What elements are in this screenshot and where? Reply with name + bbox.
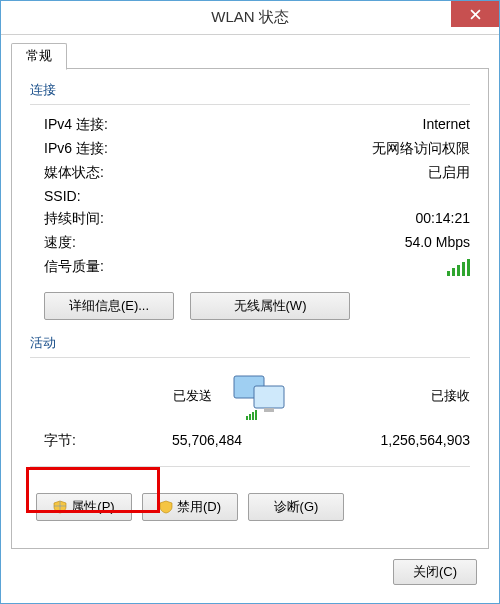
ipv4-value: Internet [423, 116, 470, 134]
signal-quality-label: 信号质量: [44, 258, 104, 279]
diagnose-button-label: 诊断(G) [274, 498, 319, 516]
ipv6-value: 无网络访问权限 [372, 140, 470, 158]
shield-icon [53, 500, 67, 514]
properties-button[interactable]: 属性(P) [36, 493, 132, 521]
connection-group-label: 连接 [30, 81, 470, 99]
client-area: 常规 连接 IPv4 连接:Internet IPv6 连接:无网络访问权限 媒… [1, 35, 499, 603]
divider [30, 104, 470, 105]
svg-rect-2 [264, 408, 274, 412]
svg-rect-3 [246, 416, 248, 420]
speed-value: 54.0 Mbps [405, 234, 470, 252]
tab-general[interactable]: 常规 [11, 43, 67, 70]
svg-rect-5 [252, 412, 254, 420]
svg-rect-6 [255, 410, 257, 420]
details-button[interactable]: 详细信息(E)... [44, 292, 174, 320]
ssid-label: SSID: [44, 188, 81, 204]
window-title: WLAN 状态 [1, 8, 499, 27]
speed-label: 速度: [44, 234, 76, 252]
duration-value: 00:14:21 [416, 210, 471, 228]
received-label: 已接收 [302, 387, 470, 405]
duration-label: 持续时间: [44, 210, 104, 228]
signal-bars-icon [447, 258, 470, 276]
wlan-status-window: WLAN 状态 常规 连接 IPv4 连接:Internet IPv6 连接:无… [0, 0, 500, 604]
bytes-received-value: 1,256,564,903 [332, 432, 470, 450]
window-close-button[interactable] [451, 1, 499, 27]
close-button-label: 关闭(C) [413, 563, 457, 581]
ipv6-label: IPv6 连接: [44, 140, 108, 158]
sent-label: 已发送 [44, 387, 224, 405]
svg-rect-1 [254, 386, 284, 408]
signal-quality-value [447, 258, 470, 279]
dialog-footer: 关闭(C) [11, 549, 489, 597]
wireless-properties-button[interactable]: 无线属性(W) [190, 292, 350, 320]
shield-icon [159, 500, 173, 514]
media-state-value: 已启用 [428, 164, 470, 182]
disable-button[interactable]: 禁用(D) [142, 493, 238, 521]
bytes-label: 字节: [44, 432, 104, 450]
media-state-label: 媒体状态: [44, 164, 104, 182]
properties-button-label: 属性(P) [71, 498, 114, 516]
activity-group-label: 活动 [30, 334, 470, 352]
close-icon [470, 9, 481, 20]
close-button[interactable]: 关闭(C) [393, 559, 477, 585]
disable-button-label: 禁用(D) [177, 498, 221, 516]
titlebar: WLAN 状态 [1, 1, 499, 35]
network-activity-icon [224, 370, 302, 422]
divider [30, 466, 470, 467]
svg-rect-4 [249, 414, 251, 420]
ipv4-label: IPv4 连接: [44, 116, 108, 134]
bytes-sent-value: 55,706,484 [104, 432, 254, 450]
diagnose-button[interactable]: 诊断(G) [248, 493, 344, 521]
tab-page-general: 连接 IPv4 连接:Internet IPv6 连接:无网络访问权限 媒体状态… [11, 69, 489, 549]
tabstrip: 常规 [11, 43, 489, 69]
divider [30, 357, 470, 358]
